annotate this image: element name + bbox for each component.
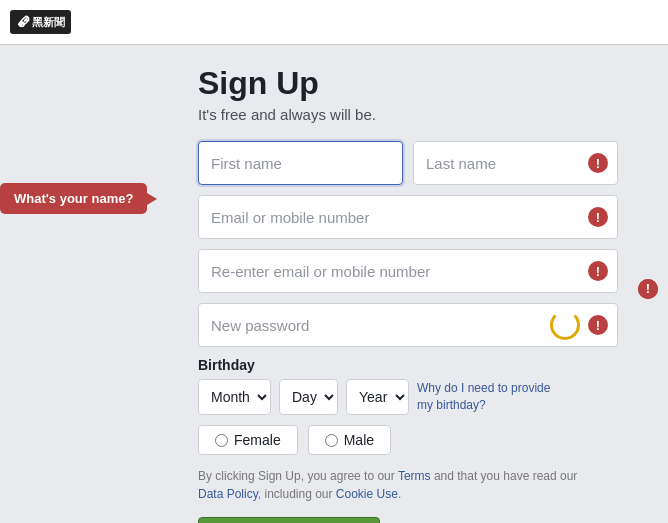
- email-wrapper: !: [198, 195, 618, 239]
- female-label: Female: [234, 432, 281, 448]
- female-radio[interactable]: [215, 434, 228, 447]
- reenter-email-input[interactable]: [198, 249, 618, 293]
- female-option[interactable]: Female: [198, 425, 298, 455]
- terms-text: By clicking Sign Up, you agree to our Te…: [198, 467, 578, 503]
- password-wrapper: !: [198, 303, 618, 347]
- email-row: !: [198, 195, 618, 239]
- terms-mid1: and that you have read our: [431, 469, 578, 483]
- year-select[interactable]: Year: [346, 379, 409, 415]
- cookie-use-link[interactable]: Cookie Use: [336, 487, 398, 501]
- terms-end: .: [398, 487, 401, 501]
- terms-link[interactable]: Terms: [398, 469, 431, 483]
- day-select[interactable]: Day: [279, 379, 338, 415]
- birthday-why-link[interactable]: Why do I need to provide my birthday?: [417, 380, 557, 414]
- page-title: Sign Up: [198, 65, 618, 102]
- gender-error-icon: !: [638, 279, 658, 299]
- loading-spinner-icon: [550, 310, 580, 340]
- tooltip-box: What's your name?: [0, 183, 147, 214]
- terms-prefix: By clicking Sign Up, you agree to our: [198, 469, 398, 483]
- tooltip-text: What's your name?: [14, 191, 133, 206]
- logo-text: 黑新聞: [32, 15, 65, 30]
- first-name-wrapper: [198, 141, 403, 185]
- terms-mid2: , including our: [258, 487, 336, 501]
- data-policy-link[interactable]: Data Policy: [198, 487, 258, 501]
- password-row: !: [198, 303, 618, 347]
- page-wrapper: 🗞 黑新聞 What's your name? Sign Up It's fre…: [0, 0, 668, 523]
- last-name-wrapper: !: [413, 141, 618, 185]
- male-option[interactable]: Male: [308, 425, 391, 455]
- birthday-row: Month JanFebMar AprMayJun JulAugSep OctN…: [198, 379, 618, 415]
- first-name-input[interactable]: [198, 141, 403, 185]
- top-bar: 🗞 黑新聞: [0, 0, 668, 45]
- birthday-section: Birthday Month JanFebMar AprMayJun JulAu…: [198, 357, 618, 415]
- left-panel: What's your name?: [0, 65, 198, 523]
- main-content: What's your name? Sign Up It's free and …: [0, 45, 668, 523]
- birthday-label: Birthday: [198, 357, 618, 373]
- reenter-email-row: !: [198, 249, 618, 293]
- email-error-icon: !: [588, 207, 608, 227]
- male-radio[interactable]: [325, 434, 338, 447]
- male-label: Male: [344, 432, 374, 448]
- last-name-error-icon: !: [588, 153, 608, 173]
- email-input[interactable]: [198, 195, 618, 239]
- logo: 🗞 黑新聞: [10, 10, 71, 34]
- form-card: Sign Up It's free and always will be. ! …: [198, 65, 618, 523]
- signup-button[interactable]: Sign Up: [198, 517, 380, 523]
- logo-icon: 🗞: [16, 14, 30, 30]
- reenter-email-wrapper: !: [198, 249, 618, 293]
- reenter-email-error-icon: !: [588, 261, 608, 281]
- gender-row: Female Male !: [198, 425, 618, 455]
- tooltip-container: What's your name?: [0, 183, 147, 214]
- password-error-icon: !: [588, 315, 608, 335]
- form-subtitle: It's free and always will be.: [198, 106, 618, 123]
- name-row: !: [198, 141, 618, 185]
- month-select[interactable]: Month JanFebMar AprMayJun JulAugSep OctN…: [198, 379, 271, 415]
